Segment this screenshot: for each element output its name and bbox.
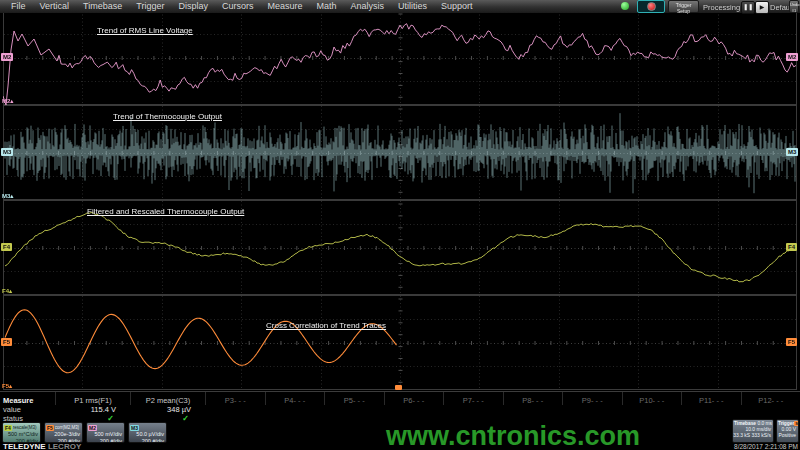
- menu-item-cursors[interactable]: Cursors: [215, 0, 261, 13]
- measure-col-header[interactable]: P7- - -: [443, 392, 503, 405]
- measure-col-header[interactable]: P3- - -: [205, 392, 265, 405]
- menu-item-display[interactable]: Display: [171, 0, 215, 13]
- menu-item-analysis[interactable]: Analysis: [343, 0, 391, 13]
- channel-descriptor-m2[interactable]: M2500 mV/div200 #/div: [86, 422, 125, 443]
- measure-status-check: [265, 414, 325, 423]
- menu-item-vertical[interactable]: Vertical: [33, 0, 77, 13]
- trace-title-f4: Filtered and Rescaled Thermocouple Outpu…: [87, 207, 244, 216]
- measure-value: [622, 405, 682, 414]
- trigger-descriptor[interactable]: Trigger Stopped 0.00 V Positive: [776, 419, 799, 443]
- measure-status-check: [324, 414, 384, 423]
- measure-value: [205, 405, 265, 414]
- pause-button[interactable]: ❚❚: [741, 1, 755, 14]
- channel-chip: F5: [46, 425, 54, 431]
- status-led-icon: [621, 2, 629, 10]
- measure-value: [681, 405, 741, 414]
- channel-chip: M3: [130, 425, 139, 431]
- timebase-sampling: 33.3 kS 333 kS/s: [733, 432, 773, 438]
- measure-value: [562, 405, 622, 414]
- processing-status: Processing: [703, 3, 740, 12]
- menu-item-utilities[interactable]: Utilities: [391, 0, 434, 13]
- measure-value: [324, 405, 384, 414]
- f5-trace-end-marker: [395, 385, 402, 390]
- menu-item-measure[interactable]: Measure: [260, 0, 309, 13]
- scope-display[interactable]: [3, 10, 797, 390]
- zero-level-tag-f4-right[interactable]: F4: [786, 243, 797, 251]
- measure-col-header[interactable]: P6- - -: [384, 392, 444, 405]
- play-button[interactable]: ▶: [755, 1, 769, 14]
- measure-row-label: value: [0, 405, 55, 414]
- zero-level-tag-m3-right[interactable]: M3: [786, 148, 798, 156]
- datetime-display: 8/28/2017 2:21:08 PM: [734, 443, 798, 450]
- measure-value: 348 µV: [130, 405, 205, 414]
- menu-item-timebase[interactable]: Timebase: [76, 0, 129, 13]
- zero-level-tag-f4-left[interactable]: F4: [1, 243, 12, 251]
- measure-value: [443, 405, 503, 414]
- channel-function-label: rescale(M3): [13, 425, 37, 430]
- measure-value: [503, 405, 563, 414]
- channel-scale-line: 200 #/div: [87, 438, 124, 444]
- channel-scale-line: 500 m°C/div: [3, 431, 40, 438]
- channel-descriptor-f4[interactable]: F4rescale(M3)500 m°C/div200 #/div: [2, 422, 41, 443]
- grid-indicator-m3: M3▴: [2, 193, 13, 199]
- measure-col-header[interactable]: P1 rms(F1): [55, 392, 130, 405]
- trace-title-m3: Trend of Thermocouple Output: [113, 112, 222, 121]
- zero-level-tag-m2-left[interactable]: M2: [1, 53, 13, 61]
- menu-item-support[interactable]: Support: [434, 0, 480, 13]
- measure-value: [741, 405, 800, 414]
- camera-icon: [647, 2, 656, 11]
- measure-row-label: Measure: [0, 392, 55, 405]
- trace-title-m2: Trend of RMS Line Voltage: [97, 26, 193, 35]
- brand-logo: TELEDYNE LECROY: [3, 442, 81, 450]
- zero-level-tag-f5-left[interactable]: F5: [1, 338, 12, 346]
- measure-table: MeasureP1 rms(F1)P2 mean(C3)P3- - -P4- -…: [0, 391, 800, 423]
- trigger-setup-button[interactable]: Trigger Setup: [668, 0, 699, 13]
- menu-item-file[interactable]: File: [4, 0, 33, 13]
- channel-descriptor-m3[interactable]: M350.0 µV/div200 #/div: [128, 422, 167, 443]
- measure-value: 115.4 V: [55, 405, 130, 414]
- menu-item-math[interactable]: Math: [309, 0, 343, 13]
- zero-level-tag-m3-left[interactable]: M3: [1, 148, 13, 156]
- channel-descriptor-f5[interactable]: F5corr(M2,M3)200e-3/div200 #/div: [44, 422, 83, 443]
- measure-col-header[interactable]: P8- - -: [503, 392, 563, 405]
- measure-col-header[interactable]: P2 mean(C3): [130, 392, 205, 405]
- watermark: www.cntronics.com: [386, 421, 640, 450]
- channel-function-label: corr(M2,M3): [55, 425, 80, 430]
- measure-col-header[interactable]: P10- - -: [622, 392, 682, 405]
- grid-indicator-m2: M2▴: [2, 98, 13, 104]
- measure-col-header[interactable]: P11- - -: [681, 392, 741, 405]
- measure-col-header[interactable]: P4- - -: [265, 392, 325, 405]
- measure-col-header[interactable]: P9- - -: [562, 392, 622, 405]
- undo-button[interactable]: Undo #1: [789, 0, 799, 13]
- zero-level-tag-m2-right[interactable]: M2: [786, 53, 798, 61]
- timebase-descriptor[interactable]: Timebase 0.0 ms 10.0 ms/div 33.3 kS 333 …: [732, 419, 774, 443]
- trace-title-f5: Cross Correlation of Trend Traces: [266, 321, 386, 330]
- measure-status-check: [205, 414, 265, 423]
- grid-indicator-f5: F5▴: [2, 383, 12, 389]
- hardcopy-button[interactable]: [637, 0, 665, 13]
- channel-chip: F4: [4, 425, 12, 431]
- channel-chip: M2: [88, 425, 97, 431]
- measure-value: [384, 405, 444, 414]
- menu-item-trigger[interactable]: Trigger: [129, 0, 171, 13]
- measure-col-header[interactable]: P12- - -: [741, 392, 800, 405]
- zero-level-tag-f5-right[interactable]: F5: [786, 338, 797, 346]
- measure-value: [265, 405, 325, 414]
- measure-col-header[interactable]: P5- - -: [324, 392, 384, 405]
- grid-indicator-f4: F4▴: [2, 288, 12, 294]
- trigger-slope: Positive: [777, 432, 798, 438]
- channel-scale-line: 200 #/div: [129, 438, 166, 444]
